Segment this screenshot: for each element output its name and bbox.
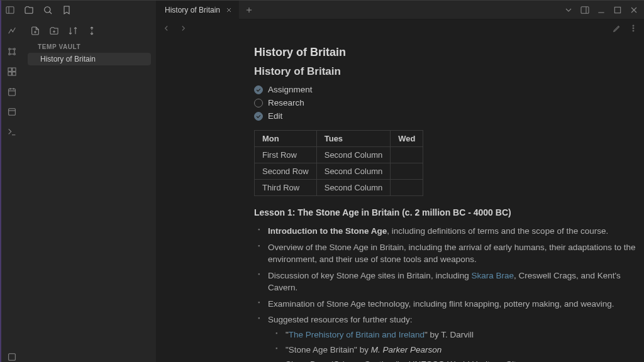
- list-item: Introduction to the Stone Age, including…: [268, 225, 644, 238]
- table-cell: Second Column: [316, 147, 391, 163]
- svg-point-5: [14, 48, 16, 50]
- collapse-icon[interactable]: [87, 26, 97, 36]
- task-checkbox[interactable]: [254, 112, 263, 121]
- svg-rect-10: [8, 72, 11, 75]
- svg-point-7: [14, 53, 16, 55]
- table-cell: Second Column: [316, 163, 391, 180]
- vault-icon[interactable]: [6, 351, 18, 362]
- search-icon[interactable]: [43, 5, 53, 15]
- link-skara-brae[interactable]: Skara Brae: [471, 271, 514, 280]
- svg-point-6: [9, 53, 11, 55]
- content-scroll[interactable]: History of Britain History of Britain As…: [156, 37, 644, 362]
- svg-point-30: [633, 28, 634, 29]
- tab-title: History of Britain: [165, 6, 220, 14]
- table-cell: First Row: [255, 147, 317, 163]
- task-checkbox[interactable]: [254, 99, 263, 107]
- list-item: Overview of the Stone Age in Britain, in…: [268, 241, 644, 266]
- tab-history-of-britain[interactable]: History of Britain: [156, 1, 239, 19]
- graph-icon[interactable]: [6, 46, 18, 57]
- task-label: Research: [268, 98, 304, 107]
- svg-point-29: [633, 25, 634, 26]
- window-close-icon[interactable]: [629, 5, 639, 15]
- table-cell: Second Column: [316, 180, 391, 196]
- task-label: Edit: [268, 111, 282, 121]
- vault-name: TEMP VAULT: [25, 42, 153, 53]
- file-item-history-of-britain[interactable]: History of Britain: [28, 53, 151, 65]
- sidebar-toggle-icon[interactable]: [5, 5, 15, 15]
- sort-icon[interactable]: [68, 26, 78, 36]
- new-tab-button[interactable]: [242, 3, 257, 18]
- table-header: Mon: [255, 131, 317, 147]
- list-item: "The Prehistory of Britain and Ireland" …: [286, 329, 644, 341]
- task-checkbox[interactable]: [254, 85, 263, 94]
- new-note-icon[interactable]: [30, 26, 40, 36]
- template-icon[interactable]: [6, 106, 18, 118]
- bookmark-icon[interactable]: [62, 5, 72, 15]
- list-item: "Stone Age Britain" by M. Parker Pearson: [286, 344, 644, 356]
- svg-rect-26: [614, 7, 620, 13]
- svg-point-4: [9, 48, 11, 50]
- new-folder-icon[interactable]: [49, 26, 59, 36]
- table-row: Second RowSecond Column: [255, 163, 423, 180]
- sidebar-right-icon[interactable]: [580, 5, 590, 15]
- table-row: First RowSecond Column: [255, 147, 423, 163]
- svg-rect-23: [581, 6, 589, 13]
- table-cell: [391, 163, 423, 180]
- link-prehistory-book[interactable]: The Prehistory of Britain and Ireland: [289, 330, 425, 339]
- svg-rect-16: [9, 109, 16, 116]
- file-explorer: TEMP VAULT History of Britain: [23, 19, 156, 362]
- lesson-title: Lesson 1: The Stone Age in Britain (c. 2…: [254, 207, 644, 217]
- task-item: Edit: [254, 111, 644, 121]
- table-row: Third RowSecond Column: [255, 180, 423, 196]
- list-item: Skara Brae (Orkney, Scotland) - UNESCO W…: [286, 358, 644, 362]
- list-item: Discussion of key Stone Age sites in Bri…: [268, 270, 644, 294]
- more-icon[interactable]: [629, 24, 638, 33]
- svg-point-2: [45, 7, 50, 13]
- files-icon[interactable]: [24, 5, 34, 15]
- table-cell: [391, 180, 423, 196]
- command-icon[interactable]: [6, 126, 18, 138]
- nav-forward-icon[interactable]: [179, 24, 187, 33]
- schedule-table: MonTuesWed First RowSecond ColumnSecond …: [254, 130, 423, 196]
- canvas-icon[interactable]: [6, 66, 18, 77]
- svg-rect-18: [9, 354, 16, 361]
- svg-rect-12: [9, 89, 16, 96]
- tab-dropdown-icon[interactable]: [564, 5, 574, 15]
- table-header: Tues: [316, 131, 391, 147]
- svg-rect-8: [8, 68, 11, 71]
- close-icon[interactable]: [225, 6, 233, 14]
- nav-row: [156, 19, 644, 37]
- task-label: Assignment: [268, 85, 313, 94]
- list-item: Examination of Stone Age technology, inc…: [268, 298, 644, 310]
- editor-pane: History of Britain History of Britain: [156, 19, 644, 362]
- svg-rect-9: [13, 68, 16, 71]
- table-cell: Second Row: [255, 163, 317, 180]
- task-item: Assignment: [254, 84, 644, 95]
- edit-mode-icon[interactable]: [613, 24, 621, 33]
- page-title: History of Britain: [254, 46, 644, 59]
- window-minimize-icon[interactable]: [596, 5, 606, 15]
- task-item: Research: [254, 97, 644, 108]
- heading-2: History of Britain: [254, 65, 644, 78]
- daily-note-icon[interactable]: [6, 86, 18, 97]
- ribbon: [1, 19, 23, 362]
- table-cell: [391, 147, 423, 163]
- nav-back-icon[interactable]: [162, 24, 171, 33]
- svg-rect-0: [6, 7, 14, 14]
- window-maximize-icon[interactable]: [613, 5, 623, 15]
- table-cell: Third Row: [255, 180, 317, 196]
- svg-rect-11: [13, 72, 16, 75]
- quick-switcher-icon[interactable]: [6, 26, 18, 37]
- table-header: Wed: [391, 131, 423, 147]
- tab-bar: History of Britain: [156, 1, 644, 19]
- svg-line-3: [50, 12, 52, 14]
- svg-point-31: [633, 30, 634, 31]
- list-item: Suggested resources for further study: "…: [268, 314, 644, 362]
- lesson-bullets: Introduction to the Stone Age, including…: [254, 225, 644, 362]
